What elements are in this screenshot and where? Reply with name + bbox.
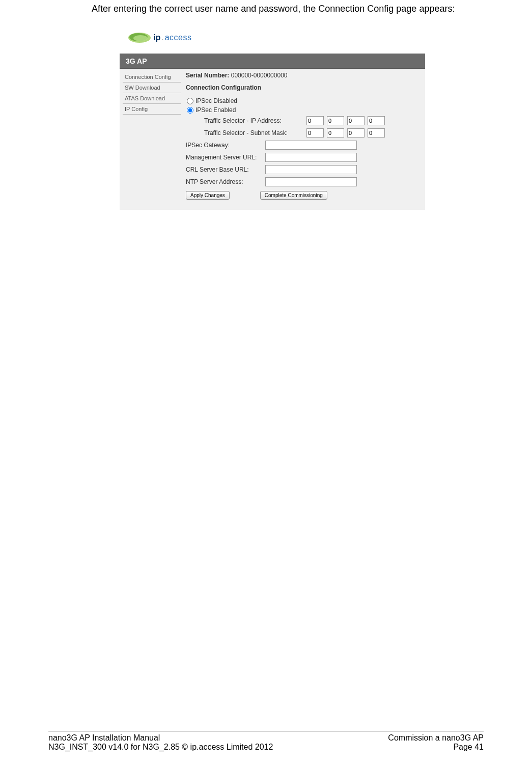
logo-swirl-icon xyxy=(127,30,152,45)
connection-config-screenshot: ip.access 3G AP Connection Config SW Dow… xyxy=(120,30,425,210)
ts-mask-octet-2[interactable] xyxy=(327,128,344,138)
footer-right-1: Commission a nano3G AP xyxy=(388,733,484,743)
radio-ipsec-enabled-label: IPSec Enabled xyxy=(195,106,236,114)
footer-left-1: nano3G AP Installation Manual xyxy=(48,733,273,743)
ts-ip-octet-3[interactable] xyxy=(347,116,365,125)
footer-left-2: N3G_INST_300 v14.0 for N3G_2.85 © ip.acc… xyxy=(48,743,273,752)
ntp-input[interactable] xyxy=(265,177,357,186)
logo-dot-text: . xyxy=(161,33,163,42)
serial-value: 000000-0000000000 xyxy=(231,72,288,79)
radio-ipsec-disabled[interactable] xyxy=(187,98,193,104)
sidebar-item-connection-config[interactable]: Connection Config xyxy=(123,72,181,83)
mgmt-url-input[interactable] xyxy=(265,153,357,162)
page-footer: nano3G AP Installation Manual N3G_INST_3… xyxy=(48,731,484,752)
ts-ip-octet-2[interactable] xyxy=(327,116,344,125)
logo-access-text: access xyxy=(165,33,192,42)
radio-ipsec-enabled[interactable] xyxy=(187,107,193,114)
ts-mask-octet-1[interactable] xyxy=(306,128,324,138)
ts-mask-label: Traffic Selector - Subnet Mask: xyxy=(204,129,303,136)
serial-line: Serial Number: 000000-0000000000 xyxy=(186,72,420,79)
sidebar-item-sw-download[interactable]: SW Download xyxy=(123,83,181,93)
sidebar: Connection Config SW Download ATAS Downl… xyxy=(120,69,181,210)
logo-ip-text: ip xyxy=(153,33,160,42)
ts-mask-octet-4[interactable] xyxy=(368,128,385,138)
mgmt-url-label: Management Server URL: xyxy=(186,154,262,161)
radio-ipsec-disabled-label: IPSec Disabled xyxy=(195,97,237,104)
ts-ip-octet-4[interactable] xyxy=(368,116,385,125)
intro-text: After entering the correct user name and… xyxy=(92,3,484,15)
title-bar: 3G AP xyxy=(120,53,425,69)
ipsec-gateway-label: IPSec Gateway: xyxy=(186,142,262,149)
ipaccess-logo: ip.access xyxy=(127,30,425,45)
apply-changes-button[interactable]: Apply Changes xyxy=(186,191,230,200)
ipsec-gateway-input[interactable] xyxy=(265,141,357,150)
ntp-label: NTP Server Address: xyxy=(186,178,262,185)
ts-ip-octet-1[interactable] xyxy=(306,116,324,125)
serial-label: Serial Number: xyxy=(186,72,229,79)
sidebar-item-ip-config[interactable]: IP Config xyxy=(123,104,181,115)
svg-point-2 xyxy=(133,35,148,41)
sidebar-item-atas-download[interactable]: ATAS Download xyxy=(123,93,181,104)
main-panel: Serial Number: 000000-0000000000 Connect… xyxy=(181,69,425,210)
ts-ip-label: Traffic Selector - IP Address: xyxy=(204,117,303,124)
crl-url-label: CRL Server Base URL: xyxy=(186,166,262,173)
crl-url-input[interactable] xyxy=(265,165,357,174)
section-heading: Connection Configuration xyxy=(186,84,420,91)
ts-mask-octet-3[interactable] xyxy=(347,128,365,138)
footer-right-2: Page 41 xyxy=(388,743,484,752)
complete-commissioning-button[interactable]: Complete Commissioning xyxy=(260,191,327,200)
